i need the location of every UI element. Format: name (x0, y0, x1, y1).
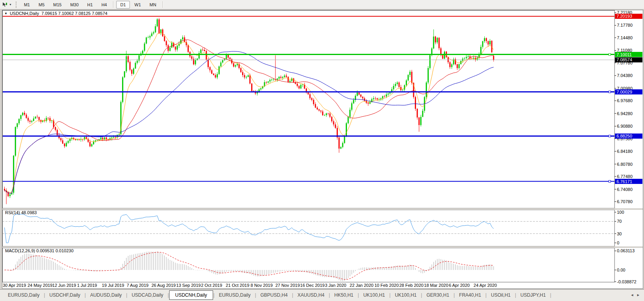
rsi-value: 48.0983 (21, 210, 37, 215)
tab-divider: | (213, 292, 215, 298)
toolbar-separator (162, 1, 163, 8)
hline-handle[interactable] (609, 53, 611, 55)
tab-divider: | (168, 292, 169, 298)
svg-text:6.80780: 6.80780 (617, 162, 633, 167)
chart-symbol-period: USDCNH,Daily (10, 11, 39, 16)
date-label: 26 Aug 2019 (151, 283, 176, 288)
tab-eurusd-daily[interactable]: EURUSD,Daily (4, 291, 44, 299)
timeframe-button-m1[interactable]: M1 (20, 1, 34, 9)
tab-divider: | (454, 292, 455, 298)
svg-text:6.77480: 6.77480 (617, 174, 633, 179)
date-label: 1 Jul 2019 (77, 283, 97, 288)
date-label: 21 Oct 2019 (226, 283, 249, 288)
timeframe-button-w1[interactable]: W1 (131, 1, 145, 9)
svg-text:7.14480: 7.14480 (617, 35, 633, 40)
chevron-down-icon: ▼ (9, 3, 12, 6)
tab-audusd-daily[interactable]: AUDUSD,Daily (86, 291, 126, 299)
svg-text:0.00: 0.00 (617, 268, 625, 272)
svg-text:7.10011: 7.10011 (617, 52, 632, 57)
svg-text:6.90880: 6.90880 (617, 124, 633, 128)
svg-text:100: 100 (617, 210, 624, 215)
svg-text:7.17780: 7.17780 (617, 23, 633, 28)
chart-tool-button[interactable]: ▼ (0, 0, 13, 9)
tab-usdchf-daily[interactable]: USDCHF,Daily (46, 291, 84, 299)
tab-divider: | (550, 292, 551, 298)
date-label: 28 Feb 2020 (399, 283, 423, 288)
tab-gbpusd-h4[interactable]: GBPUSD,H4 (257, 291, 292, 299)
top-toolbar: ▼ M1M5M15M30H1H4D1W1MN (0, 0, 644, 9)
date-label: 19 Jul 2019 (102, 283, 124, 288)
svg-text:6.76171: 6.76171 (617, 179, 632, 184)
timeframe-button-h1[interactable]: H1 (83, 1, 97, 9)
tab-divider: | (485, 292, 487, 298)
tab-divider: | (126, 292, 127, 298)
svg-text:6.97680: 6.97680 (617, 98, 633, 103)
chart-title: ▼ USDCNH,Daily 7.09615 7.10062 7.08125 7… (4, 11, 108, 16)
timeframe-button-m30[interactable]: M30 (66, 1, 82, 9)
date-label: 24 May 2019 (27, 283, 53, 288)
timeframe-button-d1[interactable]: D1 (116, 1, 130, 9)
timeframe-button-m15[interactable]: M15 (49, 1, 66, 9)
hline-handle[interactable] (609, 91, 611, 93)
svg-text:7.04380: 7.04380 (617, 73, 633, 78)
tab-divider: | (515, 292, 516, 298)
date-label: 10 Feb 2020 (374, 283, 399, 288)
timeframe-button-mn[interactable]: MN (146, 1, 160, 9)
tab-usdjpy-h1[interactable]: USDJPY,H1 (516, 291, 549, 299)
svg-text:6.70780: 6.70780 (617, 199, 633, 204)
rsi-label: RSI(14) 48.0983 (5, 210, 37, 215)
date-label: 7 Aug 2019 (127, 283, 149, 288)
macd-values: 0.009531 0.010230 (36, 248, 73, 253)
chart-cursor-icon (2, 2, 8, 8)
tab-hk50-h1[interactable]: HK50,H1 (330, 291, 358, 299)
date-label: 24 Apr 2020 (474, 283, 497, 288)
tab-divider: | (255, 292, 256, 298)
macd-label: MACD(12,26,9) 0.009531 0.010230 (5, 248, 73, 253)
date-label: 27 Nov 2019 (275, 283, 300, 288)
date-label: 16 Dec 2019 (300, 283, 325, 288)
tab-divider: | (358, 292, 359, 298)
tab-usoil-h1[interactable]: USOil,H1 (487, 291, 514, 299)
tab-uk100-h1[interactable]: UK100,H1 (359, 291, 389, 299)
date-label: 8 Nov 2019 (251, 283, 273, 288)
toolbar-separator (113, 1, 114, 8)
svg-text:70: 70 (617, 219, 622, 224)
tab-scroll-right-icon[interactable]: ▸ (637, 292, 639, 297)
svg-text:6.84180: 6.84180 (617, 149, 633, 154)
svg-text:6.88250: 6.88250 (617, 134, 632, 138)
svg-text:0.063113: 0.063113 (617, 248, 635, 253)
hline-handle[interactable] (609, 135, 611, 137)
tab-usdcnh-daily[interactable]: USDCNH,Daily (169, 290, 213, 300)
toolbar-grip[interactable] (16, 2, 16, 8)
hline-handle[interactable] (609, 180, 611, 182)
date-label: 12 Jun 2019 (52, 283, 76, 288)
date-label: 18 Mar 2020 (424, 283, 449, 288)
date-label: 22 Jan 2020 (350, 283, 374, 288)
tab-divider: | (329, 292, 330, 298)
svg-text:7.00029: 7.00029 (617, 90, 632, 94)
date-label: 30 Apr 2019 (3, 283, 26, 288)
tab-divider: | (421, 292, 422, 298)
date-label: 2 Oct 2019 (201, 283, 222, 288)
tab-divider: | (292, 292, 293, 298)
tab-divider: | (85, 292, 86, 298)
tab-xauusd-h4[interactable]: XAUUSD,H4 (294, 291, 328, 299)
tab-eurusd-daily[interactable]: EURUSD,Daily (215, 291, 255, 299)
panel-separator[interactable] (2, 208, 643, 210)
chart-tab-bar: EURUSD,Daily|USDCHF,Daily|AUDUSD,Daily|U… (0, 289, 644, 301)
chart-canvas[interactable]: 7.211807.177807.144807.110807.077807.043… (2, 10, 643, 288)
timeframe-button-m5[interactable]: M5 (35, 1, 48, 9)
tab-scroll-left-icon[interactable]: ◂ (631, 292, 633, 297)
tab-ger30-h1[interactable]: GER30,H1 (423, 291, 453, 299)
tab-usdcad-daily[interactable]: USDCAD,Daily (128, 291, 167, 299)
chart-ohlc-values: 7.09615 7.10062 7.08125 7.08574 (41, 11, 107, 16)
panel-separator[interactable] (2, 246, 643, 248)
svg-text:6.74080: 6.74080 (617, 187, 633, 192)
tab-fra40-h1[interactable]: FRA40,H1 (455, 291, 485, 299)
tab-uk100-h1[interactable]: UK100,H1 (391, 291, 420, 299)
svg-text:-0.038872: -0.038872 (617, 279, 637, 284)
svg-text:7.08574: 7.08574 (617, 57, 632, 62)
timeframe-button-h4[interactable]: H4 (97, 1, 111, 9)
date-label: 6 Apr 2020 (449, 283, 470, 288)
window-menu-icon[interactable]: ▼ (4, 12, 7, 15)
